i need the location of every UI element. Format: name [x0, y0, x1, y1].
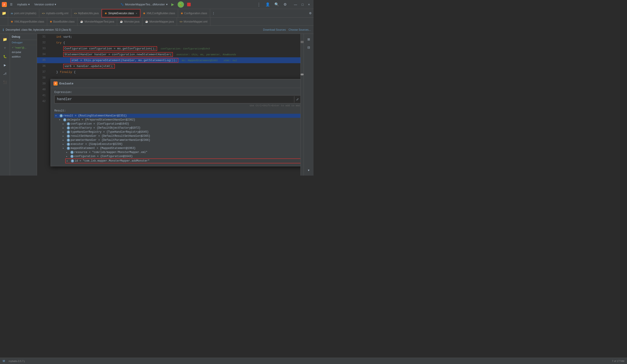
tree-toggle-resource: ▸ [66, 151, 70, 154]
tab-simpleexecutor-icon: ◉ [105, 12, 107, 15]
line-num-38: 38 [37, 76, 48, 79]
run-target-name: MonsterMapperTes...dMonster [125, 3, 165, 6]
tree-row-resultsethandler[interactable]: ▸ i resultSetHandler = {DefaultResultSet… [62, 134, 300, 138]
tab-bar-row1: 📁 m pom.xml (mybatis) <> mybatis-config.… [0, 9, 314, 18]
line-content-33: Configuration configuration = ms.getConf… [48, 47, 210, 50]
tree-row-result[interactable]: ▾ i result = {RoutingStatementHandler@23… [54, 114, 300, 118]
debug-button[interactable]: 🐛 [178, 1, 184, 8]
expression-input-container: ⤢ ▾ [54, 95, 300, 103]
maximize-button[interactable]: □ [300, 2, 305, 7]
tree-row-parameterhandler[interactable]: ▸ i parameterHandler = {DefaultParameter… [62, 138, 300, 142]
expression-input[interactable] [55, 96, 294, 103]
tab-settings-button[interactable]: ⚙ [307, 11, 314, 15]
left-sidebar: 📁 ⑂ 🐛 ▶ ⎇ ⬛ [0, 34, 10, 176]
sidebar-terminal-btn[interactable]: ⬛ [1, 79, 8, 86]
code-line-35: 35 stmt = this.prepareStatement(handler,… [37, 57, 300, 63]
code-editor[interactable]: 31 int var6; 32 try { 33 Configuration c… [37, 34, 300, 176]
minimize-button[interactable]: — [292, 2, 299, 7]
tree-icon-nested-configuration: i [70, 155, 74, 158]
tree-toggle-delegate: ▾ [59, 118, 62, 121]
version-control-menu[interactable]: Version control ▾ [33, 2, 57, 6]
tab-configuration-label: Configuration.class [184, 12, 207, 15]
tree-toggle-executor: ▸ [62, 143, 66, 146]
tab-mybatisutils[interactable]: <> MyBatisUtils.java [71, 9, 102, 17]
info-circle-result: i [59, 114, 63, 117]
tree-content-resource: resource = "com/lxb/mapper/MonsterMapper… [74, 151, 147, 154]
right-panel-btn2[interactable]: ⊟ [305, 44, 312, 51]
tab-xmlmapperbuilder-label: XMLMapperBuilder.class [14, 20, 44, 23]
info-circle-parameterhandler: i [67, 139, 70, 142]
tab-xmlconfigbuilder[interactable]: ◉ XMLConfigBuilder.class [140, 9, 178, 17]
tree-icon-resultsethandler: i [66, 135, 71, 138]
profile-button[interactable]: 👤 [264, 1, 272, 7]
editor-scrollbar[interactable] [300, 34, 304, 176]
sidebar-project-btn[interactable]: 📁 [1, 36, 8, 43]
tree-row-mappedstatement[interactable]: ▾ i mappedStatement = {MappedStatement@1… [62, 146, 300, 150]
sidebar-git-btn[interactable]: ⎇ [1, 70, 8, 77]
debug-item-addmon-label: addMon [12, 55, 21, 58]
expand-input-button[interactable]: ⤢ [294, 96, 300, 103]
version-control-label: Version control [34, 3, 54, 6]
debug-item-main[interactable]: ✓ "main"@... [10, 45, 37, 50]
download-sources-link[interactable]: Download Sources [263, 28, 286, 31]
tab-xmlmapperbuilder[interactable]: ◉ XMLMapperBuilder.class [8, 18, 47, 25]
tab-pom-xml[interactable]: m pom.xml (mybatis) [8, 9, 39, 17]
tree-row-nested-configuration[interactable]: ▸ i configuration = {Configuration@1643} [65, 154, 300, 158]
main-content: 📁 ⑂ 🐛 ▶ ⎇ ⬛ Debug Debugger ✓ "main"@... … [0, 34, 314, 176]
tree-content-result: result = {RoutingStatementHandler@2351} [63, 114, 127, 117]
right-panel-btn3[interactable]: ▾ [305, 166, 312, 174]
tree-row-delegate[interactable]: ▾ i delegate = {PreparedStatementHandler… [58, 118, 300, 122]
tab-basebuilder[interactable]: ◉ BaseBuilder.class [47, 18, 78, 25]
tab-monstermappertest[interactable]: ☕ MonsterMapperTest.java [77, 18, 117, 25]
debug-item-doupdate-label: doUpdat [12, 51, 21, 53]
tree-row-id[interactable]: ▸ i id = "com.lxb.mapper.MonsterMapper.a… [65, 158, 300, 163]
line-content-34: StatementHandler handler = configuration… [48, 53, 236, 56]
tab-mybatis-config[interactable]: <> mybatis-config.xml [39, 9, 71, 17]
tab-monster[interactable]: ☕ Monster.java [117, 18, 142, 25]
tree-row-resource[interactable]: ▸ i resource = "com/lxb/mapper/MonsterMa… [65, 150, 300, 154]
run-sidebar-icon: ▶ [4, 63, 6, 67]
debug-item-addmon[interactable]: addMon [10, 54, 37, 59]
tree-row-configuration[interactable]: ▸ i configuration = {Configuration@1643} [62, 122, 300, 126]
line-num-41: 41 [37, 94, 48, 97]
tree-content-delegate: delegate = {PreparedStatementHandler@236… [67, 118, 135, 121]
sidebar-debug-btn[interactable]: 🐛 [1, 53, 8, 60]
result-label: Result: [54, 109, 300, 112]
settings-button[interactable]: ⚙ [282, 1, 288, 7]
choose-sources-link[interactable]: Choose Sources... [288, 28, 311, 31]
project-selector[interactable]: mybatis ▾ [16, 2, 31, 6]
run-target-display: 🐾 MonsterMapperTes...dMonster ▾ [120, 3, 168, 6]
app-icon: J [2, 2, 7, 7]
line-num-39: 39 [37, 82, 48, 85]
tab-monstermapper-java[interactable]: ☕ MonsterMapper.java [142, 18, 177, 25]
scrollbar-thumb-middle [301, 74, 304, 75]
tree-icon-parameterhandler: i [66, 139, 71, 142]
titlebar-center: 🐾 MonsterMapperTes...dMonster ▾ ▶ 🐛 [59, 1, 254, 8]
tab-overflow-button[interactable]: ⋮ [210, 11, 217, 15]
right-panel-btn1[interactable]: ⊞ [305, 36, 312, 43]
sidebar-commit-btn[interactable]: ⑂ [1, 44, 8, 52]
debug-item-doupdate[interactable]: doUpdat [10, 50, 37, 54]
run-button[interactable]: ▶ [169, 1, 176, 8]
debugger-label[interactable]: Debugger [10, 40, 37, 45]
file-tree-toggle[interactable]: 📁 [0, 9, 8, 17]
tab-simpleexecutor-close[interactable]: × [136, 12, 137, 15]
kebab-menu[interactable]: ⋮ [255, 1, 263, 8]
stop-button[interactable] [186, 1, 192, 8]
tree-row-objectfactory[interactable]: ▸ i objectFactory = {DefaultObjectFactor… [62, 126, 300, 130]
tab-monstermapper-xml[interactable]: <> MonsterMapper.xml [177, 18, 210, 25]
tree-row-executor[interactable]: ▸ i executor = {SimpleExecutor@2239} [62, 142, 300, 146]
infobar-text: Decompiled .class file, bytecode version… [6, 28, 71, 31]
hamburger-menu[interactable]: ☰ [8, 2, 14, 6]
tree-row-typehandlerregistry[interactable]: ▸ i typeHandlerRegistry = {TypeHandlerRe… [62, 130, 300, 134]
close-window-button[interactable]: × [306, 2, 312, 7]
tab-monstermapper-java-label: MonsterMapper.java [150, 20, 174, 23]
tree-toggle-objectfactory: ▸ [62, 127, 66, 129]
sidebar-run-btn[interactable]: ▶ [1, 61, 8, 69]
line-content-36: var6 = handler.update(stmt); [48, 64, 115, 68]
tab-configuration[interactable]: ◉ Configuration.class [178, 9, 210, 17]
titlebar-right: ⋮ 👤 🔍 ⚙ [255, 1, 288, 8]
tab-simpleexecutor[interactable]: ◉ SimpleExecutor.class × [102, 9, 140, 17]
line-num-32: 32 [37, 41, 48, 44]
search-button[interactable]: 🔍 [273, 1, 281, 7]
